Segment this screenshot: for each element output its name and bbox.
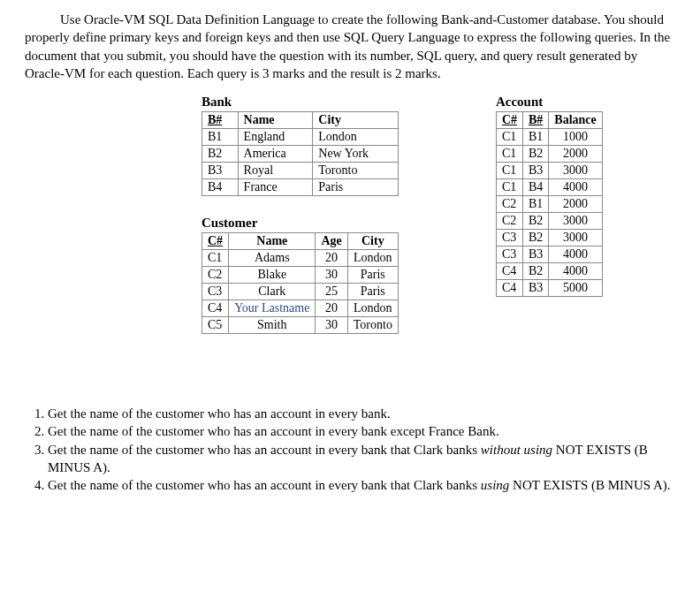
table-row: C4B35000: [496, 280, 602, 297]
customer-title: Customer: [202, 216, 399, 231]
account-cell-bnum: B1: [523, 129, 549, 146]
customer-header-name: Name: [229, 233, 316, 250]
customer-cell-name: Adams: [229, 250, 316, 267]
table-row: B4FranceParis: [202, 179, 399, 196]
account-header-balance: Balance: [549, 112, 602, 129]
customer-cell-age: 30: [316, 317, 347, 334]
customer-cell-cnum: C1: [202, 250, 229, 267]
account-cell-bnum: B4: [523, 179, 549, 196]
table-row: C1B33000: [496, 163, 602, 179]
table-row: C3B34000: [496, 246, 602, 263]
question-3-text-a: Get the name of the customer who has an …: [48, 443, 481, 457]
account-cell-cnum: C4: [496, 263, 522, 280]
customer-cell-city: Paris: [347, 284, 398, 300]
bank-cell-bnum: B3: [202, 163, 239, 179]
table-row: C1B11000: [496, 129, 602, 146]
bank-cell-bnum: B1: [202, 129, 239, 146]
customer-cell-cnum: C5: [202, 317, 229, 334]
bank-cell-name: France: [238, 179, 313, 196]
bank-block: Bank B# Name City B1EnglandLondonB2Ameri…: [202, 91, 399, 196]
tables-area: Bank B# Name City B1EnglandLondonB2Ameri…: [25, 91, 675, 334]
table-row: C2Blake30Paris: [202, 267, 399, 284]
account-header-bnum: B#: [523, 112, 549, 129]
customer-table: C# Name Age City C1Adams20LondonC2Blake3…: [202, 232, 399, 334]
bank-header-name: Name: [238, 112, 313, 129]
customer-cell-name: Your Lastname: [229, 300, 316, 317]
question-3-text-italic: without using: [481, 443, 552, 457]
bank-cell-name: Royal: [238, 163, 313, 179]
bank-cell-city: Paris: [313, 179, 399, 196]
bank-cell-city: New York: [313, 146, 399, 163]
bank-cell-name: England: [238, 129, 313, 146]
question-1: Get the name of the customer who has an …: [48, 405, 675, 422]
customer-cell-name: Smith: [229, 317, 316, 334]
question-4: Get the name of the customer who has an …: [48, 476, 675, 494]
bank-cell-bnum: B2: [202, 146, 239, 163]
customer-cell-city: Toronto: [347, 317, 398, 334]
table-row: C2B12000: [496, 196, 602, 213]
account-cell-bnum: B1: [523, 196, 549, 213]
table-row: C3Clark25Paris: [202, 284, 399, 300]
bank-header-bnum: B#: [202, 112, 239, 129]
bank-cell-city: London: [313, 129, 399, 146]
account-cell-cnum: C3: [496, 230, 522, 246]
account-cell-balance: 2000: [549, 196, 602, 213]
customer-cell-age: 25: [316, 284, 347, 300]
table-row: C1B44000: [496, 179, 602, 196]
account-cell-cnum: C1: [496, 163, 522, 179]
account-cell-balance: 3000: [549, 163, 602, 179]
customer-header-city: City: [347, 233, 398, 250]
questions-block: Get the name of the customer who has an …: [25, 405, 675, 494]
table-row: C4Your Lastname20London: [202, 300, 399, 317]
account-title: Account: [496, 95, 603, 110]
account-cell-bnum: B2: [523, 230, 549, 246]
account-cell-balance: 5000: [549, 280, 602, 297]
bank-cell-name: America: [238, 146, 313, 163]
account-cell-balance: 1000: [549, 129, 602, 146]
intro-paragraph: Use Oracle-VM SQL Data Definition Langua…: [25, 11, 675, 82]
intro-text: Use Oracle-VM SQL Data Definition Langua…: [25, 11, 675, 82]
customer-cell-age: 20: [316, 250, 347, 267]
table-row: C3B23000: [496, 230, 602, 246]
account-cell-balance: 3000: [549, 230, 602, 246]
account-cell-balance: 4000: [549, 263, 602, 280]
account-cell-bnum: B2: [523, 146, 549, 163]
customer-cell-city: London: [347, 250, 398, 267]
account-cell-balance: 3000: [549, 213, 602, 230]
bank-cell-city: Toronto: [313, 163, 399, 179]
table-row: C4B24000: [496, 263, 602, 280]
account-block: Account C# B# Balance C1B11000C1B22000C1…: [496, 91, 603, 334]
customer-cell-cnum: C3: [202, 284, 229, 300]
table-row: C2B23000: [496, 213, 602, 230]
account-cell-bnum: B3: [523, 163, 549, 179]
account-cell-cnum: C3: [496, 246, 522, 263]
table-row: C1Adams20London: [202, 250, 399, 267]
customer-header-age: Age: [316, 233, 347, 250]
account-cell-balance: 4000: [549, 246, 602, 263]
account-cell-balance: 4000: [549, 179, 602, 196]
customer-header-cnum: C#: [202, 233, 229, 250]
customer-cell-age: 30: [316, 267, 347, 284]
bank-table: B# Name City B1EnglandLondonB2AmericaNew…: [202, 111, 399, 196]
question-2: Get the name of the customer who has an …: [48, 422, 675, 440]
account-cell-bnum: B2: [523, 213, 549, 230]
account-cell-bnum: B2: [523, 263, 549, 280]
customer-cell-name: Blake: [229, 267, 316, 284]
account-cell-cnum: C1: [496, 179, 522, 196]
account-cell-bnum: B3: [523, 246, 549, 263]
account-cell-cnum: C1: [496, 146, 522, 163]
question-1-text: Get the name of the customer who has an …: [48, 406, 391, 421]
account-cell-balance: 2000: [549, 146, 602, 163]
question-2-text: Get the name of the customer who has an …: [48, 424, 499, 438]
table-row: B1EnglandLondon: [202, 129, 399, 146]
account-cell-cnum: C1: [496, 129, 522, 146]
bank-title: Bank: [202, 95, 399, 110]
account-table: C# B# Balance C1B11000C1B22000C1B33000C1…: [496, 111, 603, 297]
question-4-text-italic: using: [481, 478, 510, 492]
customer-cell-cnum: C2: [202, 267, 229, 284]
bank-header-city: City: [313, 112, 399, 129]
account-cell-cnum: C2: [496, 213, 522, 230]
question-4-text-a: Get the name of the customer who has an …: [48, 478, 481, 492]
customer-cell-city: London: [347, 300, 398, 317]
account-header-cnum: C#: [496, 112, 522, 129]
